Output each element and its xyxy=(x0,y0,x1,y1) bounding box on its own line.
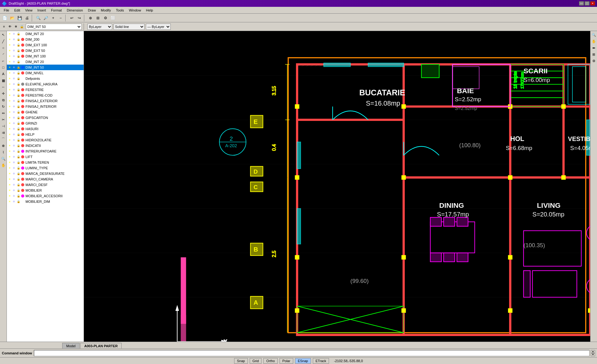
command-input-area[interactable] xyxy=(34,350,590,356)
layer-lock-icon[interactable]: 🔓 xyxy=(16,48,21,53)
layer-freeze-icon[interactable]: ❄ xyxy=(12,54,16,58)
polyline-tool[interactable]: ⌐ xyxy=(0,58,7,64)
command-input[interactable] xyxy=(35,351,588,355)
layer-row[interactable]: ☀❄🔓LIMITA-TEREN xyxy=(7,160,84,165)
layer-row[interactable]: ☀❄🔓FINISAJ_INTERIOR xyxy=(7,104,84,109)
layer-lock-icon[interactable]: 🔓 xyxy=(16,88,21,92)
rotate-tool[interactable]: ↻ xyxy=(0,103,7,110)
minimize-button[interactable]: — xyxy=(579,1,584,6)
layer-freeze-icon[interactable]: ❄ xyxy=(12,171,16,176)
title-bar-controls[interactable]: — □ ✕ xyxy=(579,1,595,6)
maximize-button[interactable]: □ xyxy=(585,1,590,6)
layer-freeze-icon[interactable]: ❄ xyxy=(12,183,16,187)
layer-visible-icon[interactable]: ☀ xyxy=(7,177,12,181)
layer-freeze-icon[interactable]: ❄ xyxy=(12,149,16,153)
layer-row[interactable]: ☀❄🔓DIM_INT 20 xyxy=(7,31,84,37)
layer-visible-icon[interactable]: ☀ xyxy=(7,199,12,204)
layer-lock-icon[interactable]: 🔓 xyxy=(16,104,21,109)
layer-freeze-icon[interactable]: ❄ xyxy=(12,116,16,120)
layer-row[interactable]: ☀❄🔓DIM_EXT 50 xyxy=(7,48,84,53)
layer-lock-icon[interactable]: 🔓 xyxy=(16,143,21,148)
layer-freeze-icon[interactable]: ❄ xyxy=(12,143,16,148)
new-button[interactable]: 📄 xyxy=(1,15,8,21)
layer-visible-icon[interactable]: ☀ xyxy=(7,171,12,176)
arc-tool[interactable]: ◜ xyxy=(0,51,7,57)
layer-visible-icon[interactable]: ☀ xyxy=(7,104,12,109)
layer-lock-icon[interactable]: 🔓 xyxy=(16,183,21,187)
layer-row[interactable]: ☀❄🔓MARCI_DESF xyxy=(7,182,84,188)
layer-lock-icon[interactable]: 🔓 xyxy=(16,132,21,137)
layer-freeze-icon[interactable]: ❄ xyxy=(12,48,16,53)
layer-visible-icon[interactable]: ☀ xyxy=(7,48,12,53)
command-scroll-up[interactable]: ▲ xyxy=(591,350,595,353)
layer-visible-icon[interactable]: ☀ xyxy=(7,99,12,103)
layer-row[interactable]: ☀❄🔓FINISAJ_EXTERIOR xyxy=(7,98,84,104)
layer-visible-icon[interactable]: ☀ xyxy=(7,166,12,170)
layer-visible-icon[interactable]: ☀ xyxy=(7,121,12,125)
layer-visible-icon[interactable]: ☀ xyxy=(7,110,12,114)
layer-freeze-icon[interactable]: ❄ xyxy=(12,127,16,131)
ortho-button[interactable]: ⊞ xyxy=(95,15,101,21)
layer-lock-icon[interactable]: 🔓 xyxy=(16,166,21,170)
layer-list[interactable]: ☀❄🔓DIM_INT 20☀❄🔓DIM_200☀❄🔓DIM_EXT 100☀❄🔓… xyxy=(7,31,84,342)
layer-visible-icon[interactable]: ☀ xyxy=(7,93,12,98)
layer-visible-icon[interactable]: ☀ xyxy=(7,183,12,187)
layer-freeze-icon[interactable]: ❄ xyxy=(12,99,16,103)
layer-visible-icon[interactable]: ☀ xyxy=(7,149,12,153)
layer-lock-icon[interactable]: 🔓 xyxy=(16,199,21,204)
layer-visible-icon[interactable]: ☀ xyxy=(7,138,12,142)
layer-freeze-icon[interactable]: ❄ xyxy=(12,43,16,47)
zoom-realtime[interactable]: 🔍 xyxy=(591,32,597,38)
line-tool[interactable]: ╱ xyxy=(0,38,7,44)
menu-help[interactable]: Help xyxy=(144,8,156,13)
layer-freeze-icon[interactable]: ❄ xyxy=(12,177,16,181)
menu-format[interactable]: Format xyxy=(49,8,64,13)
layer-manager-icon[interactable]: ≡ xyxy=(1,24,7,30)
text-tool[interactable]: A xyxy=(0,71,7,77)
layer-row[interactable]: ☀❄🔓GIPSCARTON xyxy=(7,115,84,121)
layer-row[interactable]: ☀❄🔓DIM_EXT 100 xyxy=(7,42,84,48)
menu-file[interactable]: File xyxy=(1,8,12,13)
layer-freeze-icon[interactable]: ❄ xyxy=(12,82,16,86)
layer-row[interactable]: ☀❄🔓Defpoints xyxy=(7,76,84,81)
layer-row[interactable]: ☀❄🔓HELP xyxy=(7,132,84,137)
layer-visible-icon[interactable]: ☀ xyxy=(7,71,12,75)
layer-freeze-icon[interactable]: ❄ xyxy=(12,71,16,75)
measure-tool[interactable]: ⌇ xyxy=(0,149,7,155)
tab-plan-parter[interactable]: A003-PLAN PARTER xyxy=(80,343,122,348)
menu-view[interactable]: View xyxy=(23,8,35,13)
snap-button[interactable]: Snap xyxy=(234,358,248,364)
layer-visible-icon[interactable]: ☀ xyxy=(7,43,12,47)
undo-button[interactable]: ↩ xyxy=(68,15,75,21)
layer-visible-icon[interactable]: ☀ xyxy=(7,54,12,58)
pan-realtime[interactable]: ✋ xyxy=(591,38,597,44)
linetype-select[interactable]: Solid line xyxy=(113,24,145,30)
layer-lock-icon[interactable]: 🔓 xyxy=(16,43,21,47)
layer-freeze-icon[interactable]: ❄ xyxy=(12,121,16,125)
layer-lock-icon[interactable]: 🔓 xyxy=(16,127,21,131)
layer-lock-icon[interactable]: 🔓 xyxy=(16,177,21,181)
open-button[interactable]: 📂 xyxy=(9,15,16,21)
layer-freeze-icon[interactable]: ❄ xyxy=(12,132,16,137)
layer-lock-icon[interactable]: 🔓 xyxy=(16,188,21,193)
menu-dimension[interactable]: Dimension xyxy=(64,8,86,13)
zoom-previous[interactable]: ⬅ xyxy=(591,45,597,51)
layer-row[interactable]: ☀❄🔓DIM_INT 50 xyxy=(7,65,84,70)
layer-lock-icon[interactable]: 🔓 xyxy=(16,149,21,153)
layer-lock-icon[interactable]: 🔓 xyxy=(16,82,21,86)
layer-row[interactable]: ☀❄🔓INTRERUPATOARE xyxy=(7,148,84,154)
esnap-button[interactable]: ESnap xyxy=(295,358,311,364)
etrack-button[interactable]: ETrack xyxy=(313,358,329,364)
layer-lock-icon[interactable]: 🔓 xyxy=(16,76,21,81)
layer-freeze-icon[interactable]: ❄ xyxy=(12,160,16,165)
properties-button[interactable]: ⚙ xyxy=(102,15,109,21)
select-tool[interactable]: ↖ xyxy=(0,32,7,38)
close-button[interactable]: ✕ xyxy=(590,1,595,6)
zoom-in[interactable]: + xyxy=(50,15,57,21)
save-button[interactable]: 💾 xyxy=(16,15,23,21)
zoom-all[interactable]: ⊞ xyxy=(591,51,597,57)
polar-button[interactable]: Polar xyxy=(280,358,293,364)
layer-lock-icon[interactable]: 🔓 xyxy=(16,71,21,75)
layer-visible-icon[interactable]: ☀ xyxy=(7,160,12,165)
layer-lock-icon[interactable]: 🔓 xyxy=(16,121,21,125)
